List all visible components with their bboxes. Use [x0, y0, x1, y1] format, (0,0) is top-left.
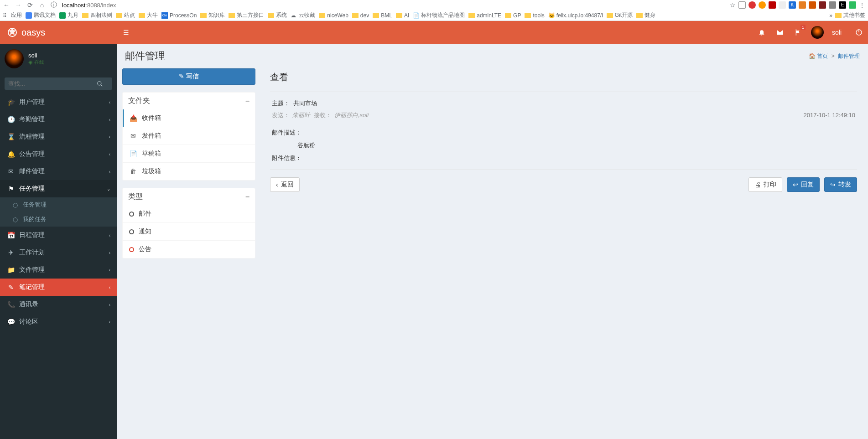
circle-icon	[129, 229, 134, 234]
bell-icon	[758, 29, 765, 36]
bookmark-item[interactable]: adminLTE	[468, 12, 501, 19]
sidebar-item-plan[interactable]: ✈工作计划‹	[0, 244, 117, 261]
sidebar-item-announce[interactable]: 🔔公告管理‹	[0, 145, 117, 163]
bookmark-item[interactable]: ☁云收藏	[291, 11, 315, 19]
subject-label: 主题：	[272, 99, 290, 108]
bookmark-item[interactable]: 四相法则	[82, 11, 112, 19]
messages-button[interactable]	[771, 21, 789, 44]
bookmark-overflow[interactable]: »	[829, 12, 832, 19]
bookmark-item[interactable]: 知识库	[200, 11, 225, 19]
notifications-button[interactable]	[753, 21, 771, 44]
folder-sent[interactable]: ✉发件箱	[123, 127, 255, 145]
brand-logo[interactable]: oasys	[0, 21, 117, 44]
info-icon[interactable]: ⓘ	[50, 1, 57, 9]
type-notice[interactable]: 通知	[123, 223, 255, 240]
envelope-icon: ✉	[129, 132, 137, 139]
sidebar-item-user[interactable]: 🎓用户管理‹	[0, 93, 117, 111]
sidebar-item-task[interactable]: ⚑任务管理⌄	[0, 180, 117, 197]
bookmark-item[interactable]: 站点	[116, 11, 135, 19]
ext-icon[interactable]	[738, 1, 746, 9]
ext-icon[interactable]	[779, 1, 786, 9]
ext-icon[interactable]: K	[789, 1, 796, 9]
forward-button[interactable]: ↪ 转发	[824, 177, 857, 192]
hourglass-icon: ⌛	[6, 133, 16, 140]
ext-icon[interactable]	[849, 1, 856, 9]
collapse-button[interactable]: −	[245, 97, 249, 105]
type-mail[interactable]: 邮件	[123, 205, 255, 222]
tasks-button[interactable]: 1	[789, 21, 807, 44]
collapse-button[interactable]: −	[245, 193, 249, 201]
sidebar-item-attendance[interactable]: 🕐考勤管理‹	[0, 111, 117, 128]
bookmark-item[interactable]: 九月	[59, 11, 78, 19]
reload-icon[interactable]: ⟳	[26, 1, 34, 9]
sidebar-subitem-my-task[interactable]: ◯我的任务	[0, 212, 117, 227]
circle-icon: ◯	[13, 217, 20, 222]
reply-button[interactable]: ↩ 回复	[787, 177, 820, 192]
breadcrumb-current[interactable]: 邮件管理	[838, 53, 860, 59]
bookmark-item[interactable]: Git开源	[607, 11, 633, 19]
type-announce[interactable]: 公告	[123, 241, 255, 258]
sidebar-item-mail[interactable]: ✉邮件管理‹	[0, 163, 117, 180]
sidebar: soli ◉ 在线 🎓用户管理‹ 🕐考勤管理‹ ⌛流程管理‹ 🔔公告管理‹ ✉邮…	[0, 44, 117, 439]
bookmark-item[interactable]: AI	[396, 12, 409, 19]
sidebar-item-schedule[interactable]: 📅日程管理‹	[0, 227, 117, 244]
other-bookmarks[interactable]: 其他书签	[835, 11, 865, 19]
apps-button[interactable]: ⠿应用	[3, 11, 22, 19]
reply-label: 回复	[801, 181, 814, 189]
back-label: 返回	[281, 181, 294, 189]
bookmark-item[interactable]: 第三方接口	[229, 11, 264, 19]
sidebar-item-contacts[interactable]: 📞通讯录‹	[0, 296, 117, 313]
compose-button[interactable]: ✎ 写信	[122, 68, 255, 85]
home-icon[interactable]: ⌂	[38, 1, 46, 9]
ext-icon[interactable]	[759, 1, 766, 9]
sidebar-toggle[interactable]: ☰	[117, 29, 135, 36]
bookmark-item[interactable]: tools	[525, 12, 544, 19]
bookmark-item[interactable]: OnProcessOn	[161, 12, 197, 19]
forward-icon[interactable]: →	[15, 1, 22, 9]
sidebar-user-status: ◉ 在线	[28, 59, 44, 66]
bookmark-item[interactable]: BML	[373, 12, 392, 19]
back-icon[interactable]: ←	[3, 1, 10, 9]
ext-icon[interactable]	[769, 1, 776, 9]
settings-button[interactable]	[850, 21, 868, 44]
search-button[interactable]	[97, 77, 112, 90]
ext-icon[interactable]	[819, 1, 826, 9]
chevron-left-icon: ‹	[109, 100, 110, 105]
user-menu[interactable]: soli	[807, 21, 850, 44]
ext-icon[interactable]	[748, 1, 756, 9]
search-input[interactable]	[5, 77, 97, 90]
bookmark-item[interactable]: 🐱felix.uicp.io:49487/i	[548, 12, 603, 19]
sidebar-item-file[interactable]: 📁文件管理‹	[0, 261, 117, 279]
bookmark-item[interactable]: dev	[352, 12, 369, 19]
ext-icon[interactable]	[829, 1, 836, 9]
folder-inbox[interactable]: 📥收件箱	[123, 109, 255, 127]
sidebar-subitem-task-manage[interactable]: ◯任务管理	[0, 197, 117, 212]
ext-icon[interactable]	[809, 1, 816, 9]
ext-icon[interactable]: E	[839, 1, 846, 9]
breadcrumb-home[interactable]: 首页	[817, 53, 828, 59]
bookmark-item[interactable]: niceWeb	[319, 12, 348, 19]
star-icon[interactable]: ☆	[730, 1, 736, 9]
ext-icon[interactable]	[799, 1, 806, 9]
folders-box: 文件夹 − 📥收件箱 ✉发件箱 📄草稿箱 🗑垃圾箱	[122, 92, 255, 181]
avatar	[5, 49, 24, 68]
url-text[interactable]: localhost:8088/index	[62, 2, 116, 9]
sidebar-item-process[interactable]: ⌛流程管理‹	[0, 128, 117, 145]
bookmark-item[interactable]: 📄标杆物流产品地图	[413, 11, 465, 19]
brand-text: oasys	[21, 27, 45, 38]
bookmark-item[interactable]: GP	[505, 12, 521, 19]
sidebar-item-note[interactable]: ✎笔记管理‹	[0, 279, 117, 296]
sidebar-item-discuss[interactable]: 💬讨论区‹	[0, 313, 117, 331]
bookmark-item[interactable]: 健身	[636, 11, 655, 19]
menu-icon[interactable]: ⋮	[859, 1, 865, 9]
print-button[interactable]: 🖨 打印	[748, 177, 782, 192]
folder-trash[interactable]: 🗑垃圾箱	[123, 163, 255, 180]
bookmark-item[interactable]: 系统	[268, 11, 287, 19]
url-bar: ← → ⟳ ⌂ ⓘ localhost:8088/index ☆ K E ⋮	[0, 0, 868, 10]
back-button[interactable]: ‹ 返回	[270, 177, 300, 192]
bookmark-item[interactable]: 大牛	[139, 11, 158, 19]
extension-icons: ☆ K E ⋮	[730, 1, 865, 9]
chevron-down-icon: ⌄	[107, 186, 110, 191]
folder-draft[interactable]: 📄草稿箱	[123, 145, 255, 162]
bookmark-item[interactable]: 腾讯文档	[26, 11, 56, 19]
